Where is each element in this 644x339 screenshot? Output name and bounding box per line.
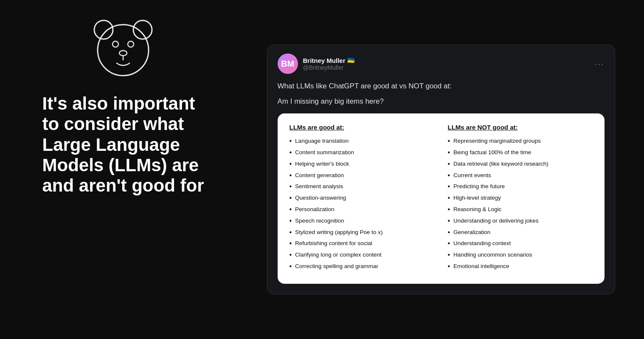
svg-point-2 — [133, 20, 152, 39]
svg-point-1 — [94, 20, 113, 39]
list-item: Reasoning & Logic — [448, 205, 593, 214]
left-panel: It's also important to consider what Lar… — [0, 0, 246, 339]
list-item: Stylized writing (applying Poe to x) — [290, 228, 434, 237]
list-item: Language translation — [290, 137, 434, 146]
user-handle: @BritneyMuller — [303, 64, 354, 71]
user-name: Britney Muller 🇺🇦 — [303, 57, 354, 64]
list-item: Correcting spelling and grammar — [290, 262, 434, 271]
list-item: Personalization — [290, 205, 434, 214]
list-item: Content generation — [290, 171, 434, 180]
tweet-more-button[interactable]: ··· — [595, 59, 605, 69]
list-item: Clarifying long or complex content — [290, 251, 434, 260]
svg-point-5 — [119, 51, 127, 56]
llm-good-title: LLMs are good at: — [290, 124, 434, 131]
tweet-line2: Am I missing any big items here? — [278, 96, 605, 107]
list-item: Content summarization — [290, 148, 434, 157]
right-panel: BM Britney Muller 🇺🇦 @BritneyMuller ··· … — [246, 0, 644, 339]
list-item: Data retrieval (like keyword research) — [448, 160, 593, 169]
bear-logo — [89, 13, 157, 81]
llm-good-column: LLMs are good at: Language translationCo… — [290, 124, 434, 274]
list-item: High-level strategy — [448, 194, 593, 203]
list-item: Helping writer's block — [290, 160, 434, 169]
list-item: Being factual 100% of the time — [448, 148, 593, 157]
list-item: Speech recognition — [290, 217, 434, 226]
user-flag: 🇺🇦 — [347, 57, 354, 64]
svg-point-4 — [128, 41, 134, 47]
list-item: Predicting the future — [448, 182, 593, 191]
llm-good-list: Language translationContent summarizatio… — [290, 137, 434, 271]
list-item: Sentiment analysis — [290, 182, 434, 191]
list-item: Understanding context — [448, 239, 593, 248]
tweet-header-left: BM Britney Muller 🇺🇦 @BritneyMuller — [278, 54, 354, 74]
avatar-image: BM — [278, 54, 298, 74]
tweet-card: BM Britney Muller 🇺🇦 @BritneyMuller ··· … — [267, 45, 615, 294]
list-item: Current events — [448, 171, 593, 180]
list-item: Question-answering — [290, 194, 434, 203]
tweet-line1: What LLMs like ChatGPT are good at vs NO… — [278, 81, 605, 92]
llm-not-good-list: Representing marginalized groupsBeing fa… — [448, 137, 593, 271]
list-item: Handling uncommon scenarios — [448, 251, 593, 260]
list-item: Representing marginalized groups — [448, 137, 593, 146]
list-item: Understanding or delivering jokes — [448, 217, 593, 226]
list-item: Generalization — [448, 228, 593, 237]
llm-not-good-column: LLMs are NOT good at: Representing margi… — [448, 124, 593, 274]
tweet-header: BM Britney Muller 🇺🇦 @BritneyMuller ··· — [278, 54, 605, 74]
list-item: Refurbishing content for social — [290, 239, 434, 248]
avatar: BM — [278, 54, 298, 74]
left-heading: It's also important to consider what Lar… — [42, 93, 204, 196]
llm-card: LLMs are good at: Language translationCo… — [278, 113, 605, 284]
user-info: Britney Muller 🇺🇦 @BritneyMuller — [303, 57, 354, 71]
list-item: Emotional intelligence — [448, 262, 593, 271]
llm-not-good-title: LLMs are NOT good at: — [448, 124, 593, 131]
tweet-text: What LLMs like ChatGPT are good at vs NO… — [278, 81, 605, 107]
svg-point-3 — [112, 41, 118, 47]
